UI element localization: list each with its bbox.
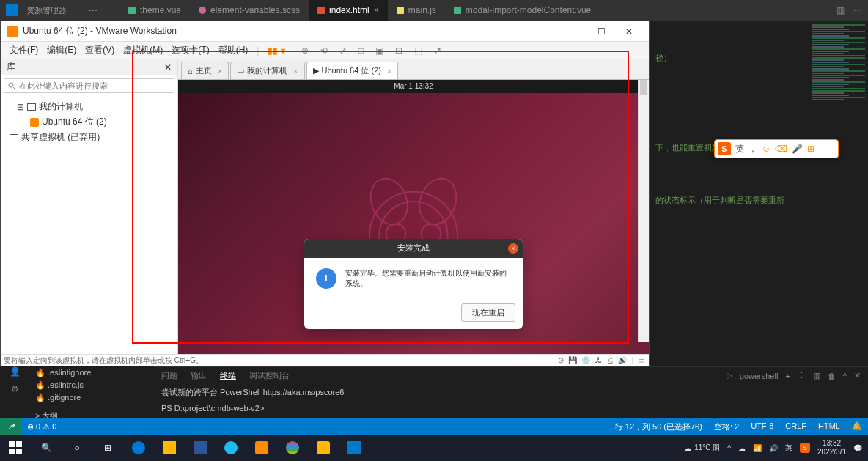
file-item[interactable]: 🔥 .eslintrc.js (29, 379, 143, 391)
scroll-thumb[interactable] (640, 80, 647, 95)
close-icon[interactable]: × (218, 67, 222, 75)
weather-widget[interactable]: ☁ 11°C 阴 (684, 443, 720, 453)
apps-icon[interactable]: ⊞ (807, 144, 814, 154)
app-button[interactable] (185, 435, 216, 461)
tab-theme-vue[interactable]: theme.vue (119, 0, 190, 21)
restart-now-button[interactable]: 现在重启 (461, 303, 515, 322)
close-icon[interactable]: × (508, 243, 518, 254)
file-item[interactable]: 🔥 .eslintignore (29, 366, 143, 379)
explorer-label[interactable]: 资源管理器 (26, 5, 67, 16)
new-terminal-icon[interactable]: + (785, 372, 790, 380)
vm-console[interactable]: Mar 1 13:32 安装完成 × (178, 80, 649, 354)
sogou-icon[interactable]: S (718, 142, 731, 155)
close-icon[interactable]: ✕ (164, 62, 172, 73)
tray-clock[interactable]: 13:32 2022/3/1 (817, 439, 846, 457)
device-icon[interactable]: 💾 (568, 356, 577, 364)
app-button[interactable] (308, 435, 339, 461)
vscode-button[interactable] (339, 435, 369, 461)
vm-tab-mypc[interactable]: ▭ 我的计算机× (230, 62, 304, 79)
minimap[interactable] (809, 21, 868, 344)
device-icon[interactable]: ▭ (638, 356, 644, 364)
chevron-up-icon[interactable]: ^ (843, 372, 847, 380)
tray-ime-icon[interactable]: 英 (785, 443, 792, 453)
tray-sogou-icon[interactable]: S (800, 443, 810, 453)
toolbar-icon[interactable]: ⊕ (298, 44, 312, 57)
tray-onedrive-icon[interactable]: ☁ (738, 444, 746, 452)
close-icon[interactable]: × (374, 5, 379, 15)
terminal[interactable]: 尝试新的跨平台 PowerShell https://aka.ms/pscore… (154, 384, 868, 422)
tree-ubuntu-vm[interactable]: Ubuntu 64 位 (2) (7, 114, 172, 130)
terminal-shell-icon[interactable]: ▷ (727, 371, 732, 380)
account-icon[interactable]: 👤 (10, 366, 21, 377)
file-item[interactable]: 🔥 .gitignore (29, 391, 143, 404)
status-spaces[interactable]: 空格: 2 (708, 421, 745, 432)
vm-scrollbar[interactable] (638, 80, 649, 342)
tree-shared-vms[interactable]: 共享虚拟机 (已弃用) (7, 130, 172, 145)
menu-help[interactable]: 帮助(H) (216, 43, 251, 58)
toolbar-icon[interactable]: □ (356, 44, 367, 57)
device-icon[interactable]: 🖧 (595, 356, 602, 364)
device-icon[interactable]: 🔊 (618, 356, 627, 364)
tray-chevron-icon[interactable]: ^ (727, 444, 731, 452)
more-icon[interactable]: ⋯ (853, 5, 862, 15)
close-button[interactable]: ✕ (615, 22, 643, 41)
toolbar-icon[interactable]: ↗ (431, 44, 444, 57)
mic-icon[interactable]: 🎤 (792, 144, 803, 154)
cortana-button[interactable]: ○ (62, 435, 92, 461)
toolbar-icon[interactable]: ⟲ (317, 44, 331, 57)
terminal-shell-name[interactable]: powershell (740, 372, 779, 380)
vmware-button[interactable] (246, 435, 277, 461)
tab-element-variables[interactable]: element-variables.scss (190, 0, 309, 21)
explorer-button[interactable] (154, 435, 185, 461)
status-eol[interactable]: CRLF (779, 421, 812, 432)
tab-index-html[interactable]: index.html× (309, 0, 388, 21)
tab-main-js[interactable]: main.js (388, 0, 445, 21)
panel-tab-output[interactable]: 输出 (191, 370, 207, 381)
menu-vm[interactable]: 虚拟机(M) (120, 43, 166, 58)
chrome-button[interactable] (277, 435, 308, 461)
more-icon[interactable]: ⋯ (89, 5, 98, 15)
remote-indicator[interactable]: ⎇ (0, 418, 21, 435)
toolbar-icon[interactable]: ⤢ (336, 44, 350, 57)
menu-file[interactable]: 文件(F) (7, 43, 41, 58)
toolbar-icon[interactable]: ⬚ (411, 44, 425, 57)
panel-tab-debug[interactable]: 调试控制台 (249, 370, 290, 381)
ie-button[interactable] (216, 435, 246, 461)
split-icon[interactable]: ▥ (836, 5, 845, 15)
ime-punct[interactable]: ， (749, 143, 757, 155)
panel-tab-problems[interactable]: 问题 (161, 370, 177, 381)
tray-notifications-icon[interactable]: 💬 (853, 444, 862, 452)
start-button[interactable] (0, 435, 31, 461)
menu-view[interactable]: 查看(V) (82, 43, 117, 58)
tray-volume-icon[interactable]: 🔊 (769, 444, 778, 452)
toolbar-icon[interactable]: ⊡ (392, 44, 405, 57)
status-cursor[interactable]: 行 12，列 50 (已选择76) (609, 421, 708, 432)
tree-my-computer[interactable]: ⊟ 我的计算机 (7, 99, 172, 114)
settings-icon[interactable]: ⚙ (11, 384, 19, 394)
toolbar-icon[interactable]: ▣ (372, 44, 386, 57)
edge-button[interactable] (123, 435, 154, 461)
menu-tabs[interactable]: 选项卡(T) (169, 43, 212, 58)
split-icon[interactable]: ▥ (813, 371, 820, 380)
tray-network-icon[interactable]: 📶 (753, 444, 762, 452)
minimize-button[interactable]: — (559, 22, 587, 41)
close-icon[interactable]: × (293, 67, 298, 75)
trash-icon[interactable]: 🗑 (828, 372, 836, 380)
dialog-titlebar[interactable]: 安装完成 × (304, 239, 523, 258)
status-errors[interactable]: ⊗ 0 ⚠ 0 (21, 422, 62, 432)
pause-icon[interactable]: ▮▮ ▾ (265, 44, 287, 57)
ime-lang[interactable]: 英 (735, 143, 744, 155)
maximize-button[interactable]: ☐ (587, 22, 615, 41)
tab-modal-import[interactable]: modal-import-modelContent.vue (445, 0, 600, 21)
close-icon[interactable]: × (387, 67, 391, 75)
emoji-icon[interactable]: ☺ (762, 144, 770, 154)
device-icon[interactable]: 💿 (581, 356, 590, 364)
device-icon[interactable]: 🖨 (606, 356, 614, 364)
device-icon[interactable]: ⊙ (558, 356, 564, 364)
eraser-icon[interactable]: ⌫ (775, 144, 787, 154)
vm-tab-home[interactable]: ⌂ 主页× (181, 62, 229, 79)
panel-tab-terminal[interactable]: 终端 (220, 370, 236, 381)
search-button[interactable]: 🔍 (31, 435, 62, 461)
search-input[interactable] (4, 78, 174, 93)
split-terminal-icon[interactable]: ⋮ (798, 371, 806, 380)
